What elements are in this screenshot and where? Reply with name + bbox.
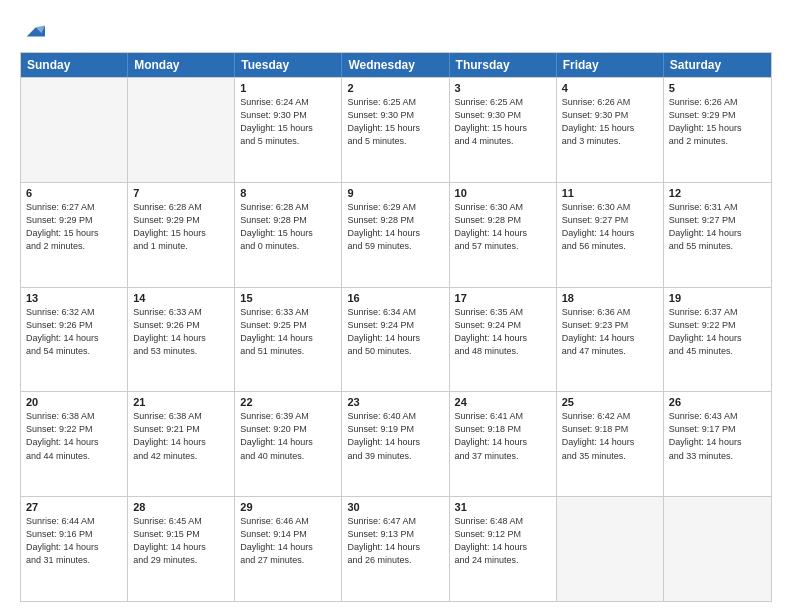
cell-info-line: Sunrise: 6:44 AM (26, 515, 122, 528)
cell-info-line: and 2 minutes. (26, 240, 122, 253)
calendar-cell: 5Sunrise: 6:26 AMSunset: 9:29 PMDaylight… (664, 78, 771, 182)
cell-info-line: Sunset: 9:29 PM (26, 214, 122, 227)
cell-info-line: Sunrise: 6:31 AM (669, 201, 766, 214)
cell-info-line: Sunrise: 6:28 AM (240, 201, 336, 214)
cell-info-line: and 0 minutes. (240, 240, 336, 253)
cell-info-line: Sunrise: 6:30 AM (562, 201, 658, 214)
calendar-cell: 14Sunrise: 6:33 AMSunset: 9:26 PMDayligh… (128, 288, 235, 392)
cell-info-line: and 31 minutes. (26, 554, 122, 567)
calendar-cell (21, 78, 128, 182)
logo (20, 18, 45, 42)
cell-info-line: and 54 minutes. (26, 345, 122, 358)
cell-info-line: and 56 minutes. (562, 240, 658, 253)
day-number: 9 (347, 187, 443, 199)
calendar-row-2: 6Sunrise: 6:27 AMSunset: 9:29 PMDaylight… (21, 182, 771, 287)
cell-info-line: Daylight: 15 hours (240, 227, 336, 240)
cell-info-line: and 50 minutes. (347, 345, 443, 358)
cell-info-line: Sunrise: 6:46 AM (240, 515, 336, 528)
cell-info-line: and 59 minutes. (347, 240, 443, 253)
header-cell-monday: Monday (128, 53, 235, 77)
cell-info-line: Daylight: 14 hours (562, 227, 658, 240)
cell-info-line: and 45 minutes. (669, 345, 766, 358)
day-number: 7 (133, 187, 229, 199)
cell-info-line: Sunset: 9:16 PM (26, 528, 122, 541)
cell-info-line: Sunrise: 6:35 AM (455, 306, 551, 319)
calendar-cell: 25Sunrise: 6:42 AMSunset: 9:18 PMDayligh… (557, 392, 664, 496)
calendar-cell: 30Sunrise: 6:47 AMSunset: 9:13 PMDayligh… (342, 497, 449, 601)
day-number: 5 (669, 82, 766, 94)
day-number: 21 (133, 396, 229, 408)
page: SundayMondayTuesdayWednesdayThursdayFrid… (0, 0, 792, 612)
calendar-cell: 8Sunrise: 6:28 AMSunset: 9:28 PMDaylight… (235, 183, 342, 287)
cell-info-line: Daylight: 14 hours (562, 332, 658, 345)
day-number: 28 (133, 501, 229, 513)
day-number: 31 (455, 501, 551, 513)
day-number: 19 (669, 292, 766, 304)
cell-info-line: Sunset: 9:30 PM (347, 109, 443, 122)
cell-info-line: Sunrise: 6:29 AM (347, 201, 443, 214)
cell-info-line: and 3 minutes. (562, 135, 658, 148)
calendar-cell: 21Sunrise: 6:38 AMSunset: 9:21 PMDayligh… (128, 392, 235, 496)
calendar-cell: 18Sunrise: 6:36 AMSunset: 9:23 PMDayligh… (557, 288, 664, 392)
day-number: 4 (562, 82, 658, 94)
cell-info-line: and 39 minutes. (347, 450, 443, 463)
cell-info-line: Daylight: 15 hours (240, 122, 336, 135)
cell-info-line: Sunrise: 6:28 AM (133, 201, 229, 214)
cell-info-line: and 2 minutes. (669, 135, 766, 148)
header-cell-friday: Friday (557, 53, 664, 77)
cell-info-line: and 57 minutes. (455, 240, 551, 253)
cell-info-line: Sunset: 9:22 PM (26, 423, 122, 436)
cell-info-line: Sunrise: 6:26 AM (669, 96, 766, 109)
cell-info-line: Sunrise: 6:33 AM (133, 306, 229, 319)
day-number: 11 (562, 187, 658, 199)
cell-info-line: and 5 minutes. (240, 135, 336, 148)
day-number: 27 (26, 501, 122, 513)
header-cell-thursday: Thursday (450, 53, 557, 77)
header-cell-sunday: Sunday (21, 53, 128, 77)
cell-info-line: and 1 minute. (133, 240, 229, 253)
cell-info-line: Sunrise: 6:25 AM (455, 96, 551, 109)
calendar-header: SundayMondayTuesdayWednesdayThursdayFrid… (21, 53, 771, 77)
cell-info-line: Sunset: 9:27 PM (562, 214, 658, 227)
cell-info-line: and 42 minutes. (133, 450, 229, 463)
cell-info-line: Daylight: 14 hours (562, 436, 658, 449)
cell-info-line: Sunrise: 6:39 AM (240, 410, 336, 423)
calendar-cell: 2Sunrise: 6:25 AMSunset: 9:30 PMDaylight… (342, 78, 449, 182)
calendar-cell: 3Sunrise: 6:25 AMSunset: 9:30 PMDaylight… (450, 78, 557, 182)
calendar-row-5: 27Sunrise: 6:44 AMSunset: 9:16 PMDayligh… (21, 496, 771, 601)
calendar-row-1: 1Sunrise: 6:24 AMSunset: 9:30 PMDaylight… (21, 77, 771, 182)
cell-info-line: Sunrise: 6:34 AM (347, 306, 443, 319)
calendar-cell: 20Sunrise: 6:38 AMSunset: 9:22 PMDayligh… (21, 392, 128, 496)
day-number: 16 (347, 292, 443, 304)
cell-info-line: Daylight: 14 hours (347, 332, 443, 345)
cell-info-line: Sunrise: 6:47 AM (347, 515, 443, 528)
day-number: 2 (347, 82, 443, 94)
calendar-cell: 31Sunrise: 6:48 AMSunset: 9:12 PMDayligh… (450, 497, 557, 601)
cell-info-line: Daylight: 15 hours (347, 122, 443, 135)
cell-info-line: Sunset: 9:28 PM (347, 214, 443, 227)
calendar-cell: 16Sunrise: 6:34 AMSunset: 9:24 PMDayligh… (342, 288, 449, 392)
cell-info-line: Daylight: 15 hours (133, 227, 229, 240)
cell-info-line: Daylight: 14 hours (669, 436, 766, 449)
day-number: 8 (240, 187, 336, 199)
calendar-cell: 9Sunrise: 6:29 AMSunset: 9:28 PMDaylight… (342, 183, 449, 287)
cell-info-line: and 35 minutes. (562, 450, 658, 463)
cell-info-line: Daylight: 14 hours (240, 332, 336, 345)
day-number: 14 (133, 292, 229, 304)
calendar-cell: 19Sunrise: 6:37 AMSunset: 9:22 PMDayligh… (664, 288, 771, 392)
day-number: 26 (669, 396, 766, 408)
cell-info-line: and 37 minutes. (455, 450, 551, 463)
calendar-cell: 15Sunrise: 6:33 AMSunset: 9:25 PMDayligh… (235, 288, 342, 392)
cell-info-line: Sunset: 9:18 PM (562, 423, 658, 436)
calendar-cell: 23Sunrise: 6:40 AMSunset: 9:19 PMDayligh… (342, 392, 449, 496)
cell-info-line: and 47 minutes. (562, 345, 658, 358)
header-cell-wednesday: Wednesday (342, 53, 449, 77)
cell-info-line: Daylight: 14 hours (455, 541, 551, 554)
cell-info-line: and 51 minutes. (240, 345, 336, 358)
cell-info-line: Sunrise: 6:26 AM (562, 96, 658, 109)
cell-info-line: Sunrise: 6:48 AM (455, 515, 551, 528)
day-number: 6 (26, 187, 122, 199)
cell-info-line: Sunset: 9:28 PM (455, 214, 551, 227)
cell-info-line: Sunset: 9:25 PM (240, 319, 336, 332)
calendar-cell: 26Sunrise: 6:43 AMSunset: 9:17 PMDayligh… (664, 392, 771, 496)
